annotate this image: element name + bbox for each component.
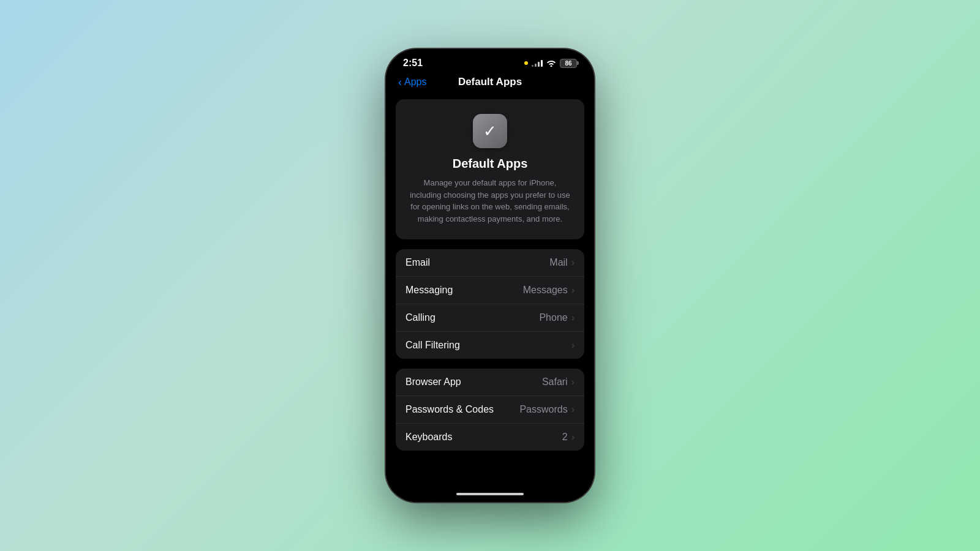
email-value: Mail [549,257,567,268]
phone-device: 2:51 86 ‹ Apps [386,49,594,502]
call-filtering-row-right: › [568,340,575,351]
browser-app-value: Safari [542,377,568,388]
keyboards-value: 2 [562,432,568,443]
status-time: 2:51 [403,58,423,69]
calling-row[interactable]: Calling Phone › [396,304,584,332]
back-chevron-icon: ‹ [398,77,402,88]
page-title: Default Apps [458,76,522,88]
signal-bar-2 [535,64,537,67]
keyboards-row[interactable]: Keyboards 2 › [396,424,584,451]
browser-app-label: Browser App [405,377,461,388]
passwords-codes-value: Passwords [519,404,567,415]
messaging-row-right: Messages › [523,285,575,296]
screen-content[interactable]: ✓ Default Apps Manage your default apps … [386,93,594,486]
calling-label: Calling [405,312,435,323]
home-bar [456,493,524,495]
settings-group-communication: Email Mail › Messaging Messages › Callin… [396,249,584,359]
call-filtering-chevron-icon: › [571,340,575,351]
mic-active-indicator [524,61,528,65]
status-icons: 86 [524,59,577,68]
keyboards-chevron-icon: › [571,432,575,443]
signal-bar-3 [538,62,540,67]
calling-row-right: Phone › [539,312,575,323]
keyboards-row-right: 2 › [562,432,575,443]
navigation-bar: ‹ Apps Default Apps [386,72,594,93]
passwords-codes-row[interactable]: Passwords & Codes Passwords › [396,396,584,424]
passwords-codes-row-right: Passwords › [519,404,575,415]
battery-level: 86 [565,60,571,67]
call-filtering-label: Call Filtering [405,340,460,351]
browser-app-row[interactable]: Browser App Safari › [396,369,584,396]
passwords-codes-label: Passwords & Codes [405,404,494,415]
messaging-chevron-icon: › [571,285,575,296]
battery-indicator: 86 [560,59,577,68]
browser-app-row-right: Safari › [542,377,575,388]
header-card: ✓ Default Apps Manage your default apps … [396,99,584,239]
email-row-right: Mail › [549,257,575,268]
status-bar: 2:51 86 [386,49,594,72]
back-label: Apps [404,77,426,88]
signal-bar-4 [541,60,543,67]
keyboards-label: Keyboards [405,432,453,443]
calling-chevron-icon: › [571,312,575,323]
email-label: Email [405,257,430,268]
browser-app-chevron-icon: › [571,377,575,388]
email-chevron-icon: › [571,257,575,268]
call-filtering-row[interactable]: Call Filtering › [396,332,584,359]
header-description: Manage your default apps for iPhone, inc… [408,177,572,225]
home-indicator [386,486,594,502]
phone-screen: 2:51 86 ‹ Apps [386,49,594,502]
app-icon: ✓ [473,114,507,148]
calling-value: Phone [539,312,567,323]
wifi-icon [546,59,556,67]
messaging-value: Messages [523,285,568,296]
back-button[interactable]: ‹ Apps [398,77,426,88]
messaging-row[interactable]: Messaging Messages › [396,277,584,304]
settings-group-browser: Browser App Safari › Passwords & Codes P… [396,369,584,451]
signal-bar-1 [532,65,533,67]
messaging-label: Messaging [405,285,453,296]
checkmark-icon: ✓ [483,122,497,141]
signal-bars [532,59,543,67]
header-title: Default Apps [408,157,572,171]
passwords-codes-chevron-icon: › [571,404,575,415]
email-row[interactable]: Email Mail › [396,249,584,277]
